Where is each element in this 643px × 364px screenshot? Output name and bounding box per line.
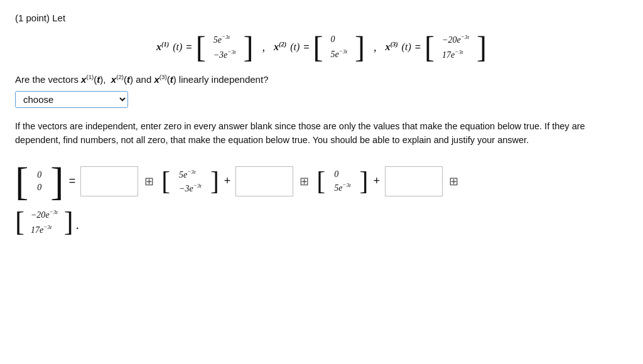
plus-2: + (373, 174, 380, 188)
v3-bracket-left: [ (15, 208, 24, 236)
lhs-bracket-left: [ (15, 161, 28, 201)
c2-input[interactable] (235, 166, 293, 196)
vector-definitions: x(1) (t) = [ 5e−3t −3e−3t ] , x(2) (t) =… (15, 32, 628, 62)
v2-bracket-right: ] (360, 168, 369, 195)
x2-arg: (t) (290, 41, 300, 53)
vector-x1-expr: x(1) (t) = [ 5e−3t −3e−3t ] (156, 32, 253, 62)
header-label: (1 point) Let (15, 13, 65, 23)
v1-bracket-right: ] (210, 168, 219, 195)
v2-bracket-left: [ (316, 168, 325, 195)
x3-matrix: −20e−3t 17e−3t (438, 33, 473, 61)
v3-top: −20e−3t (31, 209, 58, 220)
x1-equals: = (186, 41, 192, 53)
x1-bracket-left: [ (196, 32, 206, 62)
paragraph-text: If the vectors are independent, enter ze… (15, 121, 585, 145)
equation-row: [ 0 0 ] = ⊞ [ 5e−3t −3e−3t ] + ⊞ [ 0 5e−… (15, 161, 628, 201)
question-line: Are the vectors x(1)(t), x(2)(t) and x(3… (15, 73, 628, 85)
v2-matrix: 0 5e−3t (330, 168, 354, 195)
x2-bracket-left: [ (313, 32, 323, 62)
grid-icon-2[interactable]: ⊞ (300, 174, 309, 188)
bottom-matrix-wrap: [ −20e−3t 17e−3t ] . (15, 208, 628, 236)
main-equals: = (69, 174, 76, 188)
lhs-bracket-right: ] (50, 161, 63, 201)
x3-bracket-right: ] (477, 32, 487, 62)
x1-label: x(1) (156, 41, 169, 53)
dropdown-wrap[interactable]: choose Yes No (15, 91, 128, 108)
c3-input[interactable] (385, 166, 443, 196)
v2-top: 0 (334, 169, 338, 179)
x3-top: −20e−3t (442, 34, 469, 45)
lhs-matrix: 0 0 (33, 169, 45, 194)
v1-top: 5e−3t (179, 169, 195, 180)
vector-x3-expr: x(3) (t) = [ −20e−3t 17e−3t ] (385, 32, 486, 62)
comma-2: , (374, 41, 377, 54)
x3-arg: (t) (402, 41, 411, 53)
problem-header: (1 point) Let (15, 13, 628, 23)
x2-label: x(2) (274, 41, 286, 53)
x1-arg: (t) (173, 41, 182, 53)
x1-bracket-right: ] (244, 32, 254, 62)
lhs-mid: 0 (37, 183, 41, 193)
v3-matrix: −20e−3t 17e−3t (27, 208, 62, 236)
grid-icon-3[interactable]: ⊞ (449, 174, 458, 188)
x1-matrix: 5e−3t −3e−3t (210, 33, 240, 61)
x2-matrix: 0 5e−3t (327, 33, 351, 61)
lhs-top: 0 (37, 170, 41, 180)
comma-1: , (262, 41, 266, 54)
period-dot: . (76, 218, 79, 232)
v1-bracket-left: [ (161, 168, 170, 195)
independence-dropdown[interactable]: choose Yes No (15, 91, 128, 108)
v3-bracket-right: ] (64, 208, 73, 236)
x3-equals: = (415, 41, 421, 53)
x3-bracket-left: [ (424, 32, 435, 62)
x3-bot: 17e−3t (442, 49, 463, 60)
x2-bracket-right: ] (355, 32, 365, 62)
plus-1: + (224, 174, 231, 188)
vector-x2-expr: x(2) (t) = [ 0 5e−3t ] (274, 32, 365, 62)
x2-equals: = (303, 41, 309, 53)
v1-matrix: 5e−3t −3e−3t (175, 168, 205, 195)
v1-bot: −3e−3t (179, 183, 202, 194)
x2-top: 0 (331, 35, 335, 45)
c1-input[interactable] (80, 166, 138, 196)
instructions-paragraph: If the vectors are independent, enter ze… (15, 119, 618, 147)
x2-bot: 5e−3t (331, 48, 347, 60)
v3-bot: 17e−3t (31, 224, 51, 235)
x3-label: x(3) (385, 41, 397, 53)
x1-top: 5e−3t (213, 34, 230, 45)
grid-icon-1[interactable]: ⊞ (144, 174, 154, 188)
x1-bot: −3e−3t (213, 49, 236, 60)
v2-bot: 5e−3t (334, 182, 350, 193)
